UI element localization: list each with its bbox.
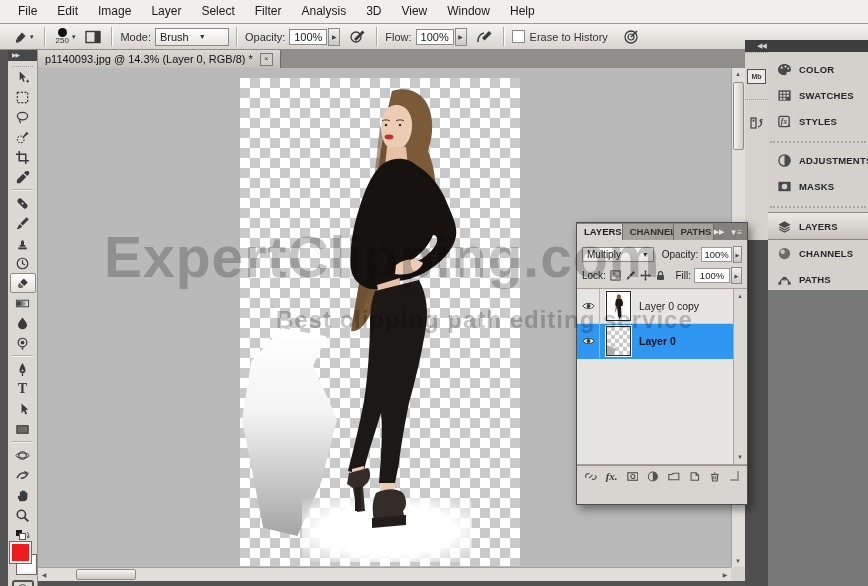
image-artboard[interactable] [240,78,520,566]
quick-mask-button[interactable] [12,580,34,586]
visibility-toggle[interactable] [577,289,600,323]
tool-eyedropper[interactable] [10,167,36,187]
new-group-icon[interactable] [668,470,680,483]
tool-zoom[interactable] [10,505,36,525]
tool-rectangular-marquee[interactable] [10,87,36,107]
document-tab[interactable]: p1140093.jpg @ 14.3% (Layer 0, RGB/8) * … [38,50,281,68]
vertical-scroll-thumb[interactable] [733,82,744,150]
tablet-opacity-button[interactable] [346,28,369,45]
opacity-input[interactable]: 100% [289,29,327,45]
tool-3d-rotate[interactable] [10,445,36,465]
layer-style-icon[interactable]: fx. [606,470,618,482]
tools-panel-collapse-button[interactable]: ▶▶ [8,50,37,61]
lock-transparency-icon[interactable] [610,270,621,281]
menu-select[interactable]: Select [191,0,244,23]
tool-gradient[interactable] [10,293,36,313]
panel-button-masks[interactable]: MASKS [768,173,868,199]
scroll-right-icon[interactable]: ▶ [719,568,731,580]
panel-button-swatches[interactable]: SWATCHES [768,82,868,108]
tool-brush[interactable] [10,213,36,233]
lock-paint-icon[interactable] [625,270,636,281]
layers-scrollbar[interactable]: ▲ ▼ [733,289,747,464]
horizontal-scroll-thumb[interactable] [76,569,136,580]
erase-to-history-checkbox[interactable] [512,30,525,43]
layer-opacity-slider-button[interactable]: ▶ [733,246,742,263]
panel-button-adjustments[interactable]: ADJUSTMENTS [768,147,868,173]
menu-edit[interactable]: Edit [47,0,88,23]
lock-all-icon[interactable] [655,270,666,281]
default-colors-icon[interactable] [15,527,31,539]
menu-help[interactable]: Help [500,0,545,23]
airbrush-toggle-button[interactable] [473,28,496,45]
panel-menu-icon[interactable]: ▼≡ [729,228,742,237]
tool-crop[interactable] [10,147,36,167]
panel-button-channels[interactable]: CHANNELS [768,240,868,266]
tool-lasso[interactable] [10,107,36,127]
scroll-left-icon[interactable]: ◀ [38,568,50,580]
menu-image[interactable]: Image [88,0,141,23]
dock-collapse-button[interactable]: ◀◀ [745,40,868,52]
brush-preset-picker[interactable]: 250 ▾ [53,27,79,46]
layer-thumbnail[interactable] [606,326,631,356]
tool-blur[interactable] [10,313,36,333]
tool-type[interactable]: T [10,379,36,399]
tab-paths[interactable]: PATHS [674,224,714,240]
opacity-slider-button[interactable]: ▶ [328,28,340,46]
panel-collapse-icon[interactable]: ▶▶ [714,228,725,236]
tool-preset-picker[interactable]: ▾ [8,29,37,45]
flow-input[interactable]: 100% [416,29,454,45]
scroll-up-icon[interactable]: ▲ [734,290,746,302]
menu-3d[interactable]: 3D [356,0,391,23]
layer-thumbnail[interactable] [606,291,631,321]
tool-hand[interactable] [10,485,36,505]
scroll-up-icon[interactable]: ▲ [732,68,744,80]
layer-opacity-input[interactable]: 100% [701,247,731,262]
toggle-brush-panel-button[interactable] [82,29,104,45]
tool-history-brush[interactable] [10,253,36,273]
delete-layer-icon[interactable] [709,470,721,483]
menu-view[interactable]: View [391,0,437,23]
tool-move[interactable] [10,67,36,87]
tab-layers[interactable]: LAYERS [577,224,623,240]
horizontal-scrollbar[interactable]: ◀ ▶ [38,567,731,581]
tool-3d-orbit[interactable] [10,465,36,485]
adjustment-layer-icon[interactable] [647,470,659,483]
new-layer-icon[interactable] [689,470,701,483]
layer-fill-input[interactable]: 100% [694,268,730,283]
scroll-down-icon[interactable]: ▼ [732,555,744,567]
menu-window[interactable]: Window [437,0,500,23]
tab-channels[interactable]: CHANNELS [623,224,674,240]
menu-layer[interactable]: Layer [141,0,191,23]
layer-fill-slider-button[interactable]: ▶ [731,267,742,284]
menu-analysis[interactable]: Analysis [291,0,356,23]
panel-button-color[interactable]: COLOR [768,56,868,82]
scroll-down-icon[interactable]: ▼ [734,451,746,463]
panel-button-styles[interactable]: fx STYLES [768,108,868,134]
tablet-pressure-button[interactable] [620,28,643,45]
panel-button-paths[interactable]: PATHS [768,266,868,292]
visibility-toggle[interactable] [577,324,600,358]
tool-eraser[interactable] [10,273,36,293]
layer-name[interactable]: Layer 0 [639,335,676,347]
tool-path-selection[interactable] [10,399,36,419]
tool-dodge[interactable] [10,333,36,353]
panel-resize-grip[interactable] [730,471,739,481]
tool-rectangle[interactable] [10,419,36,439]
blend-mode-select[interactable]: Multiply ▼ [582,247,654,262]
close-icon[interactable]: × [260,53,273,66]
layer-row-layer-0[interactable]: Layer 0 [577,324,747,359]
layer-name[interactable]: Layer 0 copy [639,300,699,312]
mini-bridge-button[interactable]: Mb [745,52,768,99]
panel-button-layers[interactable]: LAYERS [768,212,868,240]
lock-position-icon[interactable] [640,270,651,281]
tool-clone-stamp[interactable] [10,233,36,253]
menu-filter[interactable]: Filter [245,0,292,23]
layer-row-layer-0-copy[interactable]: Layer 0 copy [577,289,747,324]
add-layer-mask-icon[interactable] [627,470,639,483]
history-panel-button[interactable] [745,99,768,146]
tool-pen[interactable] [10,359,36,379]
tool-quick-selection[interactable] [10,127,36,147]
link-layers-icon[interactable] [585,470,597,483]
flow-slider-button[interactable]: ▶ [455,28,467,46]
menu-file[interactable]: File [8,0,47,23]
